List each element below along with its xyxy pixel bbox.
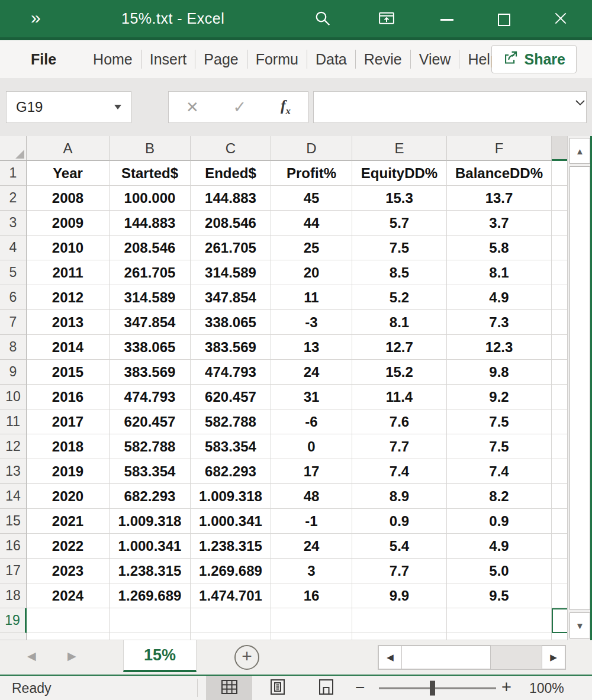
cell-E13[interactable]: 7.4 (352, 459, 447, 484)
scroll-up-button[interactable]: ▲ (570, 138, 590, 164)
cell-E11[interactable]: 7.6 (352, 409, 447, 434)
zoom-slider-handle[interactable] (430, 680, 435, 695)
ribbon-tab-home[interactable]: Home (86, 51, 140, 68)
name-box-dropdown-icon[interactable] (114, 105, 121, 109)
minimize-button[interactable] (433, 6, 461, 33)
cell-B2[interactable]: 100.000 (110, 186, 191, 211)
scroll-down-button[interactable]: ▼ (570, 612, 590, 638)
cell-A10[interactable]: 2016 (27, 385, 110, 409)
cell-B16[interactable]: 1.000.341 (110, 534, 191, 559)
cell-A19[interactable] (27, 608, 110, 633)
cell-G17[interactable] (552, 559, 567, 583)
cell-G1[interactable] (552, 161, 567, 186)
row-header-17[interactable]: 17 (0, 559, 27, 583)
column-header-A[interactable]: A (27, 136, 110, 161)
normal-view-button[interactable] (206, 676, 252, 700)
row-header-2[interactable]: 2 (0, 186, 27, 211)
horizontal-scrollbar-thumb[interactable] (402, 646, 491, 669)
search-button[interactable] (309, 6, 336, 33)
cell-D9[interactable]: 24 (271, 360, 352, 385)
row-header-4[interactable]: 4 (0, 236, 27, 260)
cell-C17[interactable]: 1.269.689 (191, 559, 271, 583)
cell-C14[interactable]: 1.009.318 (191, 484, 271, 509)
row-header-1[interactable]: 1 (0, 161, 27, 186)
cell-F19[interactable] (447, 608, 552, 633)
cell-C13[interactable]: 682.293 (191, 459, 271, 484)
cell-B14[interactable]: 682.293 (110, 484, 191, 509)
cell-B15[interactable]: 1.009.318 (110, 509, 191, 534)
cell-D6[interactable]: 11 (271, 285, 352, 310)
cell-B[interactable] (110, 633, 191, 640)
cell-C7[interactable]: 338.065 (191, 310, 271, 335)
cell-F2[interactable]: 13.7 (447, 186, 552, 211)
cell-D15[interactable]: -1 (271, 509, 352, 534)
insert-function-icon[interactable]: fx (281, 97, 291, 117)
close-button[interactable] (547, 6, 574, 33)
column-header-G-partial[interactable] (552, 136, 567, 161)
cell-D17[interactable]: 3 (271, 559, 352, 583)
cell-F12[interactable]: 7.5 (447, 434, 552, 459)
cell-C16[interactable]: 1.238.315 (191, 534, 271, 559)
row-header-10[interactable]: 10 (0, 385, 27, 409)
hscroll-right-button[interactable]: ▶ (542, 646, 565, 669)
cell-E10[interactable]: 11.4 (352, 385, 447, 409)
cell-G16[interactable] (552, 534, 567, 559)
vertical-scrollbar-thumb[interactable] (570, 166, 590, 610)
cell-B17[interactable]: 1.238.315 (110, 559, 191, 583)
cell-C5[interactable]: 314.589 (191, 260, 271, 285)
zoom-out-icon[interactable]: − (355, 678, 365, 696)
cell-E16[interactable]: 5.4 (352, 534, 447, 559)
ribbon-tab-file[interactable]: File (17, 40, 70, 78)
row-header-16[interactable]: 16 (0, 534, 27, 559)
cell-F5[interactable]: 8.1 (447, 260, 552, 285)
cell-B6[interactable]: 314.589 (110, 285, 191, 310)
cell-G19[interactable] (552, 608, 567, 633)
cell-D18[interactable]: 16 (271, 583, 352, 608)
cell-C10[interactable]: 620.457 (191, 385, 271, 409)
cell-E8[interactable]: 12.7 (352, 335, 447, 360)
cell-A18[interactable]: 2024 (27, 583, 110, 608)
cell-C8[interactable]: 383.569 (191, 335, 271, 360)
cell-G8[interactable] (552, 335, 567, 360)
cell-G9[interactable] (552, 360, 567, 385)
name-box[interactable]: G19 (6, 91, 131, 123)
cell-F11[interactable]: 7.5 (447, 409, 552, 434)
cell-A6[interactable]: 2012 (27, 285, 110, 310)
cell-D10[interactable]: 31 (271, 385, 352, 409)
cell-A9[interactable]: 2015 (27, 360, 110, 385)
cell-E4[interactable]: 7.5 (352, 236, 447, 260)
cell-A16[interactable]: 2022 (27, 534, 110, 559)
cell-A8[interactable]: 2014 (27, 335, 110, 360)
cell-B10[interactable]: 474.793 (110, 385, 191, 409)
add-sheet-button[interactable]: + (234, 645, 259, 670)
cell-F9[interactable]: 9.8 (447, 360, 552, 385)
cell-A11[interactable]: 2017 (27, 409, 110, 434)
cell-A7[interactable]: 2013 (27, 310, 110, 335)
cell-B7[interactable]: 347.854 (110, 310, 191, 335)
cell-G5[interactable] (552, 260, 567, 285)
cell-C3[interactable]: 208.546 (191, 211, 271, 236)
cell-A3[interactable]: 2009 (27, 211, 110, 236)
cell-D2[interactable]: 45 (271, 186, 352, 211)
row-header-9[interactable]: 9 (0, 360, 27, 385)
zoom-level[interactable]: 100% (529, 680, 564, 696)
hscroll-left-button[interactable]: ◀ (378, 646, 402, 669)
zoom-slider-track[interactable] (379, 687, 496, 689)
cell-B19[interactable] (110, 608, 191, 633)
cell-G7[interactable] (552, 310, 567, 335)
ribbon-tab-revie[interactable]: Revie (357, 51, 409, 68)
cell-C18[interactable]: 1.474.701 (191, 583, 271, 608)
cell-C9[interactable]: 474.793 (191, 360, 271, 385)
cell-G6[interactable] (552, 285, 567, 310)
cell-D8[interactable]: 13 (271, 335, 352, 360)
cell-E9[interactable]: 15.2 (352, 360, 447, 385)
cell-G3[interactable] (552, 211, 567, 236)
cell-E17[interactable]: 7.7 (352, 559, 447, 583)
formula-input[interactable] (313, 91, 587, 123)
row-header-14[interactable]: 14 (0, 484, 27, 509)
cell-G2[interactable] (552, 186, 567, 211)
cell-B8[interactable]: 338.065 (110, 335, 191, 360)
row-header-18[interactable]: 18 (0, 583, 27, 608)
cell-F6[interactable]: 4.9 (447, 285, 552, 310)
horizontal-scrollbar-track[interactable] (491, 646, 542, 669)
